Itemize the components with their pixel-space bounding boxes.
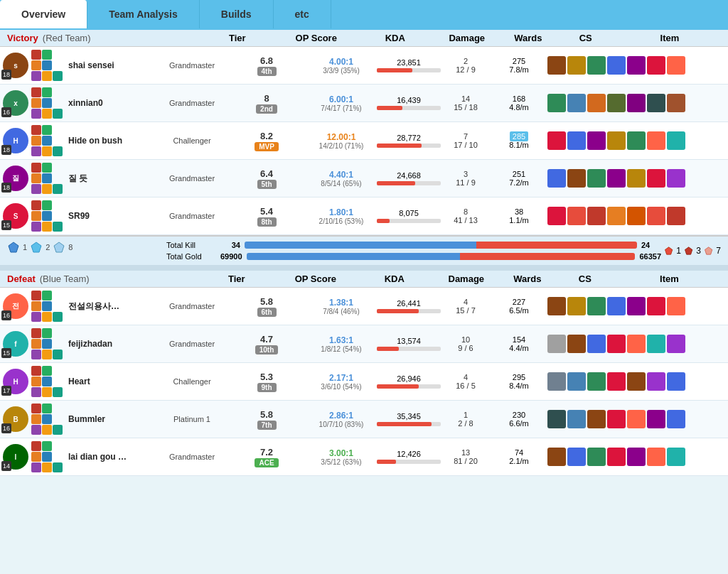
tab-overview[interactable]: Overview: [0, 0, 87, 28]
cs-per-min: 6.5/m: [491, 306, 547, 315]
item-icon: [647, 207, 665, 225]
item-icon: [547, 56, 566, 75]
wards-col: 8 41 / 13: [441, 207, 491, 224]
mini-icon: [53, 71, 63, 81]
kda-col: 12.00:1 14/2/10 (71%): [306, 132, 377, 150]
damage-bar: [377, 309, 419, 313]
item-icon: [547, 207, 566, 225]
cs-per-min: 4.4/m: [491, 344, 547, 352]
defeat-cs-col-header: CS: [557, 274, 614, 284]
spell-row-2: [31, 211, 63, 221]
kda-ratio: 4.00:1: [306, 57, 377, 67]
tier-col: Platinum 1: [156, 415, 228, 423]
player-name[interactable]: 질 듯: [68, 173, 111, 185]
mini-icon: [31, 328, 41, 338]
player-name[interactable]: Bummler: [68, 414, 111, 424]
cs-value: 275: [513, 57, 525, 65]
tab-etc[interactable]: etc: [274, 0, 331, 28]
damage-col: 12,426: [377, 450, 441, 464]
champ-avatar-wrapper: x 16: [3, 90, 28, 116]
mini-icon: [42, 366, 52, 376]
mini-icon: [53, 146, 63, 156]
rune-row: [31, 222, 63, 232]
wards-col-header: Wards: [503, 33, 553, 43]
player-name[interactable]: Hide on bush: [68, 136, 122, 146]
item-icon: [567, 94, 586, 112]
player-row: B 16 Bummler: [0, 401, 728, 438]
damage-col: 13,574: [377, 337, 441, 351]
mini-icon: [31, 377, 41, 386]
champ-avatar-wrapper: 질 18: [3, 166, 28, 191]
cs-value: 168: [513, 94, 525, 103]
spell-rune-icons: [31, 404, 63, 435]
tier-col: Grandmaster: [156, 340, 228, 348]
mini-icon: [42, 173, 52, 183]
mini-icon: [42, 136, 52, 146]
cs-col: 154 4.4/m: [491, 335, 547, 352]
score-badge: 2nd: [256, 104, 277, 114]
cs-value: 295: [513, 373, 525, 381]
item-icon: [647, 169, 665, 188]
mini-icon: [31, 222, 41, 232]
tab-builds[interactable]: Builds: [200, 0, 274, 28]
tab-team-analysis[interactable]: Team Analysis: [87, 0, 200, 28]
player-name[interactable]: shai sensei: [68, 60, 114, 70]
cs-value: 251: [513, 170, 525, 178]
items-col: [547, 372, 728, 391]
wards-col: 14 15 / 18: [441, 94, 491, 112]
wards-value: 4: [441, 298, 491, 306]
spell-row-2: [31, 452, 63, 462]
player-name[interactable]: SR99: [68, 211, 111, 221]
item-icon: [607, 297, 626, 315]
mini-icon: [31, 425, 41, 435]
item-icon: [607, 56, 626, 75]
svg-marker-4: [685, 247, 692, 254]
kda-detail: 10/7/10 (83%): [306, 421, 377, 428]
level-badge: 15: [1, 348, 11, 358]
item-icon: [607, 410, 626, 428]
spell-row: [31, 125, 63, 135]
item-icon: [627, 207, 646, 225]
damage-bar: [377, 384, 419, 389]
cs-per-min: 8.1/m: [491, 141, 547, 149]
cs-per-min: 7.2/m: [491, 178, 547, 187]
item-icon: [607, 372, 626, 391]
gold-bar-blue: [247, 253, 461, 260]
section-divider: [0, 265, 728, 271]
tier-col: Grandmaster: [156, 174, 228, 183]
opp-ward-icons: 1 3 7: [664, 241, 721, 261]
victory-team-label: (Red Team): [43, 33, 91, 43]
champ-initials: 질: [12, 173, 19, 183]
ward-icon-2: [30, 241, 43, 254]
wards-detail: 11 / 9: [441, 178, 491, 187]
rune-row: [31, 71, 63, 81]
wards-value: 13: [441, 448, 491, 457]
player-name[interactable]: xinnian0: [68, 98, 111, 108]
op-score-value: 5.3: [228, 372, 306, 382]
wards-value: 14: [441, 94, 491, 103]
op-score-col: 6.4 5th: [228, 168, 306, 189]
ward-count-3: 8: [68, 243, 73, 251]
mini-icon: [42, 387, 52, 397]
player-name[interactable]: feijizhadan: [68, 339, 112, 349]
cs-col: 285 8.1/m: [491, 132, 547, 149]
kda-col: 1.38:1 7/8/4 (46%): [306, 298, 377, 315]
damage-bg: [377, 384, 441, 389]
player-name[interactable]: 전설의용사…: [68, 300, 119, 313]
player-name[interactable]: lai dian gou …: [68, 452, 127, 462]
opp-ward-icon-1: [664, 244, 673, 257]
total-gold-value-blue: 66357: [639, 252, 661, 261]
op-score-value: 5.8: [228, 409, 306, 420]
item-icon: [667, 410, 685, 428]
victory-label: Victory: [7, 33, 38, 43]
item-icon: [667, 372, 685, 391]
item-icon: [607, 448, 626, 466]
score-badge: 9th: [257, 383, 277, 392]
damage-col: 35,345: [377, 412, 441, 426]
op-score-col: 8 2nd: [228, 93, 306, 114]
mini-icon: [42, 98, 52, 108]
damage-value: 16,439: [377, 96, 441, 104]
player-name[interactable]: Heart: [68, 377, 111, 386]
items-col: [547, 410, 728, 428]
total-gold-bar: [247, 253, 636, 260]
